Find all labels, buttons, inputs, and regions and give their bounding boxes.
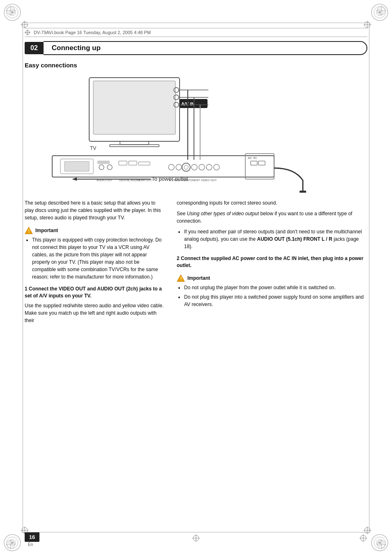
svg-point-19 — [378, 541, 381, 544]
page-lang: En — [28, 542, 33, 547]
svg-point-15 — [11, 541, 14, 544]
reg-bottom-right — [359, 534, 367, 543]
reg-bottom-center — [192, 534, 200, 543]
deco-circle-tl — [3, 3, 21, 21]
page-number: 16 — [25, 532, 39, 542]
deco-circle-bl — [3, 534, 21, 552]
page-number-area: 16 — [25, 532, 39, 542]
svg-point-23 — [11, 11, 14, 14]
svg-point-27 — [378, 11, 381, 14]
page-border — [23, 23, 369, 532]
deco-circle-br — [371, 534, 389, 552]
deco-circle-tr — [371, 3, 389, 21]
